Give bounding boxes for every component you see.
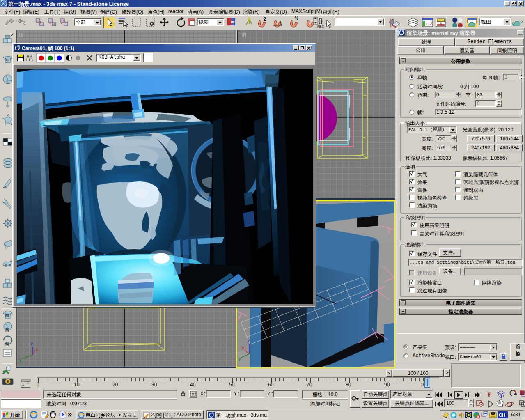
svg-text:M: M bbox=[5, 342, 9, 347]
svg-text:CH: CH bbox=[499, 413, 505, 418]
svg-text:M: M bbox=[5, 328, 9, 333]
svg-text:2: 2 bbox=[264, 16, 266, 21]
svg-text:M: M bbox=[5, 313, 9, 318]
svg-text:C: C bbox=[6, 58, 9, 62]
svg-text:ABC: ABC bbox=[317, 25, 324, 28]
svg-text:{}: {} bbox=[318, 18, 323, 24]
svg-text:%: % bbox=[295, 16, 298, 21]
svg-text:z: z bbox=[31, 342, 33, 346]
svg-text:x: x bbox=[36, 347, 38, 352]
svg-text:z: z bbox=[248, 339, 250, 343]
svg-text:y: y bbox=[19, 358, 22, 363]
svg-text:x: x bbox=[242, 345, 244, 350]
svg-text:y: y bbox=[238, 357, 241, 361]
